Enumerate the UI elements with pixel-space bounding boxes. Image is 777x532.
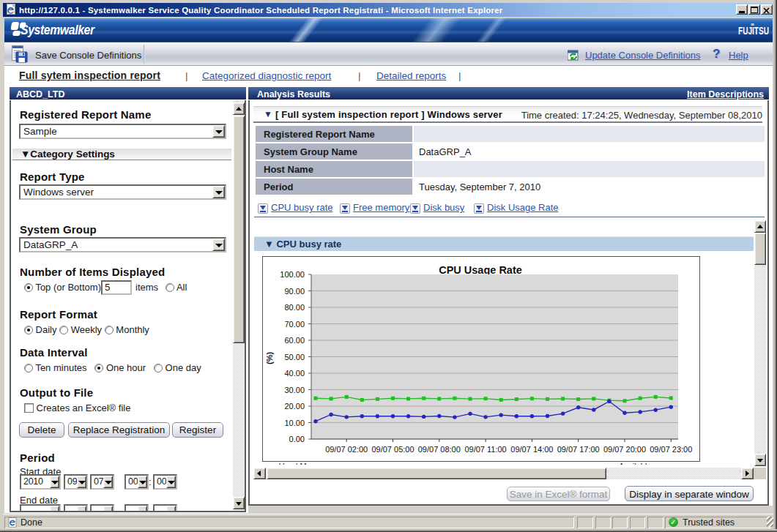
svg-text:60.00: 60.00 [284,336,305,345]
svg-text:40.00: 40.00 [284,369,305,378]
svg-text:90.00: 90.00 [284,287,305,296]
svg-text:100.00: 100.00 [280,270,305,279]
svg-text:0.00: 0.00 [289,435,305,443]
svg-text:09/07 08:00: 09/07 08:00 [418,445,461,454]
svg-text:(%): (%) [265,352,274,364]
svg-text:80.00: 80.00 [284,303,305,312]
svg-text:09/07 20:00: 09/07 20:00 [603,445,646,454]
svg-text:20.00: 20.00 [284,402,305,411]
svg-text:09/07 14:00: 09/07 14:00 [510,445,553,454]
svg-text:09/07 23:00: 09/07 23:00 [650,445,692,454]
svg-text:10.00: 10.00 [284,419,305,427]
svg-text:CPU Usage Rate: CPU Usage Rate [439,264,522,276]
svg-text:30.00: 30.00 [284,386,305,394]
svg-text:09/07 11:00: 09/07 11:00 [464,445,506,454]
svg-text:09/07 17:00: 09/07 17:00 [557,445,600,454]
svg-text:09/07 02:00: 09/07 02:00 [325,445,368,454]
svg-text:09/07 05:00: 09/07 05:00 [371,445,414,454]
svg-text:70.00: 70.00 [284,320,305,329]
svg-text:50.00: 50.00 [284,353,305,361]
